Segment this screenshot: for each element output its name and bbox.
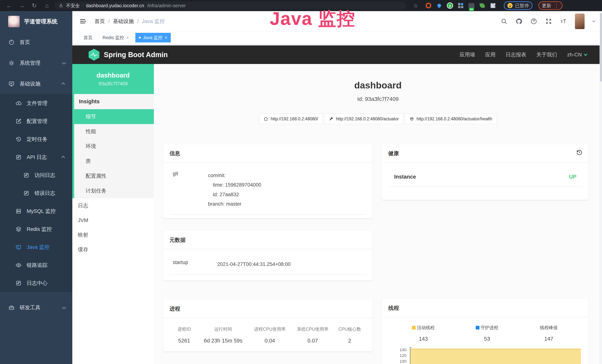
tag-redis-monitor[interactable]: Redis 监控 × xyxy=(99,33,132,43)
fullscreen-icon[interactable] xyxy=(545,18,552,25)
reload-icon[interactable]: ↻ xyxy=(29,2,40,9)
update-label: 更新 xyxy=(542,3,551,9)
sidebar-item-home[interactable]: 首页 xyxy=(0,32,72,53)
log-edit-icon xyxy=(23,172,30,178)
sba-item-mappings[interactable]: 映射 xyxy=(72,227,154,242)
home-icon[interactable]: ⌂ xyxy=(42,2,52,9)
service-url-button[interactable]: http://192.168.0.2:48080/ xyxy=(259,114,323,124)
status-badge: UP xyxy=(569,174,576,180)
page-title: dashboard xyxy=(154,80,602,91)
health-url-button[interactable]: http://192.168.0.2:48080/actuator/health xyxy=(405,114,497,124)
bookmark-star-icon[interactable]: ☆ xyxy=(413,2,418,9)
sidebar-item-trace[interactable]: 链路追踪 xyxy=(0,256,72,274)
sidebar-item-api-log[interactable]: API 日志 xyxy=(0,148,72,166)
process-col-header: 运行时间 xyxy=(198,326,248,332)
not-secure-label: 不安全 xyxy=(66,3,80,9)
actuator-url-button[interactable]: http://192.168.0.2:48080/actuator xyxy=(324,114,403,124)
close-icon[interactable]: × xyxy=(165,35,167,40)
app-logo-row[interactable]: 芋道管理系统 xyxy=(0,11,72,32)
breadcrumb-infra[interactable]: 基础设施 xyxy=(113,18,134,25)
card-title: 线程 xyxy=(382,299,588,317)
sidebar-item-scheduled-jobs[interactable]: 定时任务 xyxy=(0,130,72,148)
database-icon xyxy=(16,208,22,214)
sidebar-item-label: 首页 xyxy=(20,39,30,46)
forward-icon[interactable]: → xyxy=(16,2,27,9)
sba-nav-about[interactable]: 关于我们 xyxy=(536,51,557,58)
sba-item-classes[interactable]: 类 xyxy=(74,154,154,169)
threads-card: 线程 活动线程 143 守护进程 53 xyxy=(382,299,588,364)
sidebar-item-access-log[interactable]: 访问日志 xyxy=(0,166,72,184)
tag-java-monitor[interactable]: Java 监控 × xyxy=(135,33,171,43)
sba-item-environment[interactable]: 环境 xyxy=(74,139,154,154)
cloud-upload-icon xyxy=(16,100,22,106)
user-avatar[interactable] xyxy=(575,13,585,29)
github-icon[interactable] xyxy=(516,18,522,25)
breadcrumb-home[interactable]: 首页 xyxy=(95,18,105,25)
font-size-icon[interactable] xyxy=(560,18,567,25)
extension-puzzle-icon[interactable] xyxy=(490,2,496,9)
sba-item-caches[interactable]: 缓存 xyxy=(72,242,154,257)
sba-sidebar: dashboard 93a3fc7f7409 Insights 细节 性能 环境… xyxy=(72,64,154,364)
hamburger-icon[interactable] xyxy=(79,18,86,25)
process-col-header: CPU核心数 xyxy=(334,326,365,332)
search-icon[interactable] xyxy=(501,18,507,25)
avatar-caret-down-icon[interactable] xyxy=(592,19,595,22)
sba-item-jvm[interactable]: JVM xyxy=(72,213,154,227)
sidebar-item-redis-monitor[interactable]: Redis 监控 xyxy=(0,220,72,238)
sba-item-details[interactable]: 细节 xyxy=(74,109,154,124)
scrollbar-thumb[interactable] xyxy=(600,13,602,82)
close-icon[interactable]: × xyxy=(126,35,129,40)
sba-item-metrics[interactable]: 性能 xyxy=(74,124,154,139)
sidebar-item-system[interactable]: 系统管理 xyxy=(0,53,72,74)
sidebar-item-config-manage[interactable]: 配置管理 xyxy=(0,112,72,130)
history-icon[interactable] xyxy=(576,149,582,155)
live-threads-area-series xyxy=(410,349,581,364)
metadata-value: 2021-04-27T00:44:31.254+08:00 xyxy=(217,260,291,269)
history-icon xyxy=(16,136,22,142)
sba-item-logs[interactable]: 日志 xyxy=(72,198,154,213)
back-icon[interactable]: ← xyxy=(4,2,14,9)
extension-leaf-icon[interactable] xyxy=(479,2,485,9)
sba-logo-icon[interactable] xyxy=(89,49,99,61)
breadcrumb: 首页 / 基础设施 / Java 监控 xyxy=(95,18,165,25)
sidebar-item-label: 系统管理 xyxy=(20,60,40,66)
sidebar-item-log-center[interactable]: 日志中心 xyxy=(0,274,72,292)
process-col-header: 系统CPU使用率 xyxy=(291,326,334,332)
header-actions xyxy=(501,13,595,29)
process-table: 进程ID5261 运行时间6d 23h 15m 59s 进程CPU使用率0.04… xyxy=(170,326,366,344)
sidebar-item-java-monitor[interactable]: Java 监控 xyxy=(0,238,72,256)
gap-strip xyxy=(72,44,602,45)
extension-orange-icon[interactable] xyxy=(425,2,432,9)
extension-pin-icon[interactable] xyxy=(436,2,442,9)
tag-home[interactable]: 首页 xyxy=(80,33,96,43)
help-icon[interactable] xyxy=(530,18,537,25)
chrome-menu-icon[interactable]: ⋮ xyxy=(554,3,559,9)
sba-nav-journal[interactable]: 日志报表 xyxy=(505,51,526,58)
sidebar-item-mysql-monitor[interactable]: MySQL 监控 xyxy=(0,202,72,220)
scrollbar-track[interactable] xyxy=(600,11,602,364)
metadata-startup-row: startup 2021-04-27T00:44:31.254+08:00 xyxy=(170,260,366,275)
chrome-update-button[interactable]: 更新 ⋮ xyxy=(538,1,562,10)
extension-green-y-icon[interactable]: y xyxy=(447,2,453,9)
chevron-down-icon xyxy=(62,305,66,309)
log-edit-icon xyxy=(23,190,30,196)
sba-nav-applications[interactable]: 应用 xyxy=(485,51,495,58)
sidebar-item-error-log[interactable]: 错误日志 xyxy=(0,184,72,202)
gauge-icon xyxy=(9,39,15,45)
sidebar-item-label: 研发工具 xyxy=(20,304,40,311)
sba-nav-wall[interactable]: 应用墙 xyxy=(460,51,475,58)
daemon-threads-value: 53 xyxy=(484,336,490,342)
extension-on-switch-icon[interactable]: on xyxy=(468,2,475,9)
sba-instance-header[interactable]: dashboard 93a3fc7f7409 xyxy=(72,64,154,94)
sidebar-item-infra[interactable]: 基础设施 xyxy=(0,74,72,94)
sidebar-item-dev-tools[interactable]: 研发工具 xyxy=(0,297,72,318)
breadcrumb-current: Java 监控 xyxy=(142,18,165,25)
sba-item-config-props[interactable]: 配置属性 xyxy=(74,169,154,183)
extension-grid-icon[interactable] xyxy=(457,2,464,9)
log-edit-icon xyxy=(16,154,22,160)
legend-peak-threads: 线程峰值 xyxy=(540,325,558,331)
profile-paused-chip[interactable]: 已暂停 xyxy=(504,1,532,10)
sba-language-select[interactable]: zh-CN xyxy=(567,52,587,58)
sba-item-scheduled-tasks[interactable]: 计划任务 xyxy=(74,183,154,198)
sidebar-item-file-manage[interactable]: 文件管理 xyxy=(0,94,72,112)
